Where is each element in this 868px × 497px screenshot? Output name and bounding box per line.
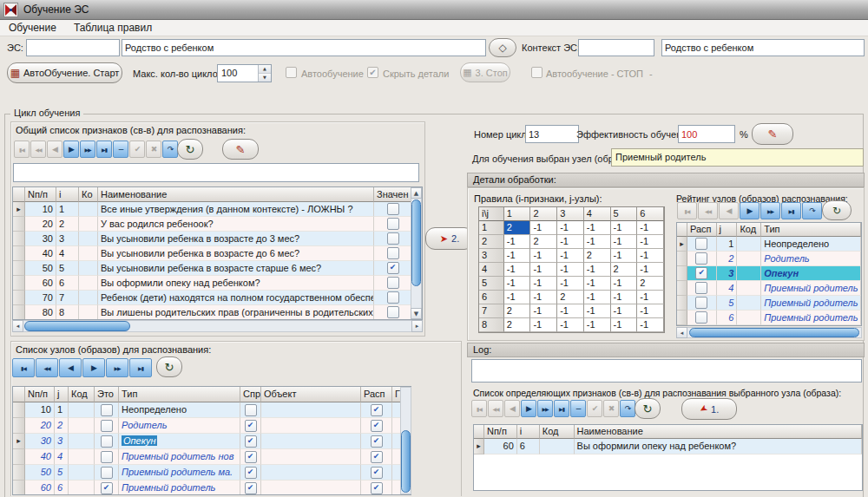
matrix-cell[interactable]: 2 [530, 235, 557, 249]
table-row[interactable]: 707Ребенок (дети) находятся на полном го… [13, 291, 422, 305]
cell-i[interactable]: 4 [56, 246, 79, 261]
cell-val[interactable] [374, 202, 412, 217]
cell-tip[interactable]: Неопределено [119, 402, 240, 418]
cell-j[interactable]: 1 [717, 237, 738, 252]
cell-rasp[interactable]: ✔ [361, 418, 392, 434]
table-row[interactable]: 606Вы оформили опеку над ребенком? [13, 276, 422, 291]
nav-first-button[interactable]: ▮◀ [471, 400, 487, 417]
row-checkbox[interactable] [695, 238, 707, 250]
cell-eto[interactable] [95, 449, 119, 465]
cell-j[interactable]: 4 [55, 449, 69, 465]
cell-npp[interactable]: 50 [25, 465, 55, 481]
cell-i[interactable]: 2 [56, 217, 79, 232]
nav-fprev-button[interactable]: ◀◀ [36, 358, 58, 377]
cell-npp[interactable]: 30 [25, 434, 55, 449]
table-row[interactable]: ✔3Опекун [677, 266, 861, 281]
matrix-cell[interactable]: 2 [504, 318, 531, 332]
matrix-cell[interactable]: -1 [611, 221, 638, 235]
row-checkbox[interactable] [101, 404, 113, 416]
matrix-cell[interactable]: -1 [557, 249, 584, 263]
matrix-cell[interactable]: -1 [637, 291, 664, 304]
nav-first-button[interactable]: ▮◀ [12, 358, 35, 377]
features-edit-button[interactable]: ✎ [222, 139, 259, 160]
cell-obj[interactable] [261, 465, 361, 481]
cell-kod[interactable] [737, 296, 761, 311]
table-row[interactable]: 606✔Приемный родитель✔✔ [13, 481, 411, 495]
cell-name[interactable]: Ребенок (дети) находятся на полном госуд… [98, 291, 374, 305]
es-input[interactable] [26, 39, 120, 56]
cell-spr[interactable]: ✔ [240, 418, 261, 434]
cell-npp[interactable]: 60 [484, 439, 517, 454]
table-row[interactable]: 4Приемный родитель новорожден [677, 281, 861, 296]
nav-prev-button[interactable]: ◀ [59, 358, 82, 377]
matrix-cell[interactable]: -1 [530, 221, 557, 235]
cell-rasp[interactable]: ✔ [361, 402, 392, 418]
cell-npp[interactable]: 40 [25, 449, 55, 465]
matrix-cell[interactable]: -1 [557, 221, 584, 235]
defining-refresh-button[interactable]: ↻ [635, 398, 661, 419]
matrix-cell[interactable]: 2 [611, 263, 638, 277]
nav-last-button[interactable]: ▶▮ [96, 141, 112, 158]
scrollbar-thumb[interactable] [24, 321, 130, 331]
matrix-cell[interactable]: -1 [530, 318, 557, 332]
matrix-cell[interactable]: -1 [530, 249, 557, 263]
table-row[interactable]: ▸606Вы оформили опеку над ребенком? [474, 439, 862, 454]
context-name-field[interactable]: Родство с ребенком [661, 39, 865, 56]
row-checkbox[interactable]: ✔ [101, 482, 113, 494]
table-row[interactable]: 5Приемный родитель малыша [677, 296, 861, 311]
cell-rasp[interactable] [687, 296, 717, 311]
cell-i[interactable]: 6 [56, 276, 79, 291]
nav-fprev-button[interactable]: ◀◀ [488, 400, 503, 417]
cell-j[interactable]: 2 [717, 252, 738, 266]
cell-npp[interactable]: 10 [25, 202, 56, 217]
row-checkbox[interactable] [101, 467, 113, 479]
cell-spr[interactable]: ✔ [240, 449, 261, 465]
matrix-cell[interactable]: -1 [611, 235, 638, 249]
cell-val[interactable] [374, 246, 412, 261]
matrix-cell[interactable]: -1 [504, 263, 531, 277]
matrix-cell[interactable]: -1 [584, 221, 611, 235]
features-refresh-button[interactable]: ↻ [177, 139, 203, 160]
nav-first-button[interactable]: ▮◀ [14, 141, 30, 158]
cell-val[interactable] [374, 217, 412, 232]
cell-tip[interactable]: Приемный родитель [119, 481, 240, 495]
cell-kod[interactable] [79, 202, 98, 217]
table-row[interactable]: 404Вы усыновили ребенка в возрасте до 6 … [13, 246, 422, 261]
cell-kod[interactable] [69, 449, 95, 465]
defining-action-button[interactable]: ➤ 1. [681, 398, 737, 420]
nav-minus-button[interactable]: − [570, 400, 586, 417]
row-checkbox[interactable]: ✔ [371, 435, 383, 448]
row-checkbox[interactable] [387, 232, 399, 245]
cell-kod[interactable] [69, 481, 95, 495]
row-checkbox[interactable] [695, 282, 707, 294]
table-row[interactable]: 808Вы лишены родительских прав (ограниче… [13, 305, 422, 320]
context-input[interactable] [578, 39, 654, 56]
cell-kod[interactable] [79, 217, 98, 232]
cell-tip[interactable]: Опекун [119, 434, 240, 449]
cell-kod[interactable] [79, 305, 98, 320]
cell-rasp[interactable]: ✔ [687, 266, 717, 281]
nav-fnext-button[interactable]: ▶▶ [537, 400, 553, 417]
cell-kod[interactable] [737, 311, 761, 325]
matrix-cell[interactable]: -1 [611, 318, 638, 332]
nav-next-button[interactable]: ▶ [521, 400, 536, 417]
nav-cancel-button[interactable]: ✖ [603, 400, 619, 417]
matrix-cell[interactable]: -1 [637, 263, 664, 277]
cell-name[interactable]: Все иные утверждения (в данном контексте… [98, 202, 374, 217]
cell-rasp[interactable]: ✔ [361, 481, 392, 495]
cell-rasp[interactable] [687, 281, 717, 296]
matrix-cell[interactable]: -1 [637, 221, 664, 235]
nav-prev-button[interactable]: ◀ [504, 400, 520, 417]
cell-val[interactable] [374, 305, 412, 320]
table-row[interactable]: 202У вас родился ребеноок? [13, 217, 422, 232]
cell-npp[interactable]: 10 [25, 402, 55, 418]
cell-kod[interactable] [79, 276, 98, 291]
cell-npp[interactable]: 60 [25, 276, 56, 291]
scrollbar-thumb[interactable] [401, 430, 411, 493]
row-checkbox[interactable]: ✔ [371, 451, 383, 463]
cell-obj[interactable] [261, 481, 361, 495]
row-checkbox[interactable] [101, 435, 113, 448]
scroll-left-icon[interactable]: ◂ [676, 327, 687, 338]
cell-obj[interactable] [261, 434, 361, 449]
nav-last-button[interactable]: ▶▮ [129, 358, 152, 377]
